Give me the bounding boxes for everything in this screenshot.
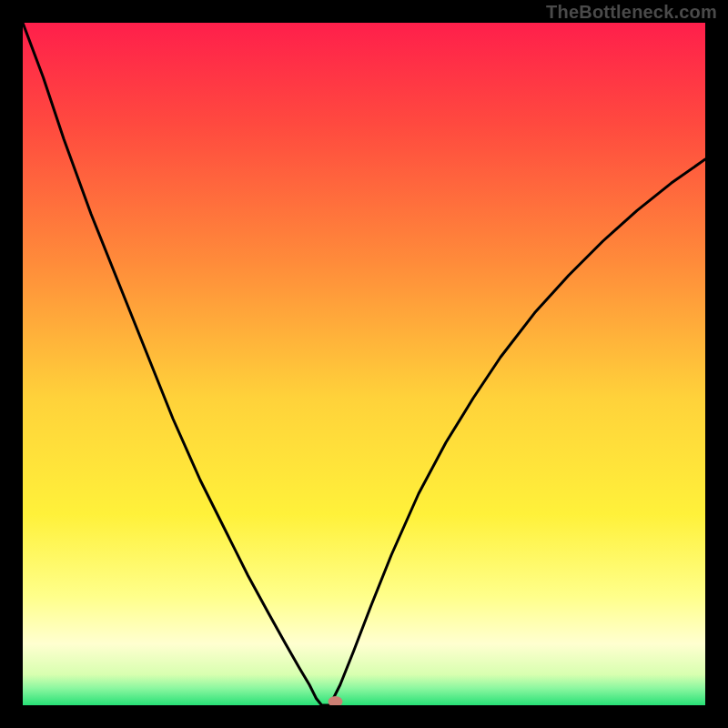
gradient-background [23,23,705,705]
watermark-text: TheBottleneck.com [546,2,717,23]
chart-frame: TheBottleneck.com [0,0,728,728]
bottleneck-chart [23,23,705,705]
